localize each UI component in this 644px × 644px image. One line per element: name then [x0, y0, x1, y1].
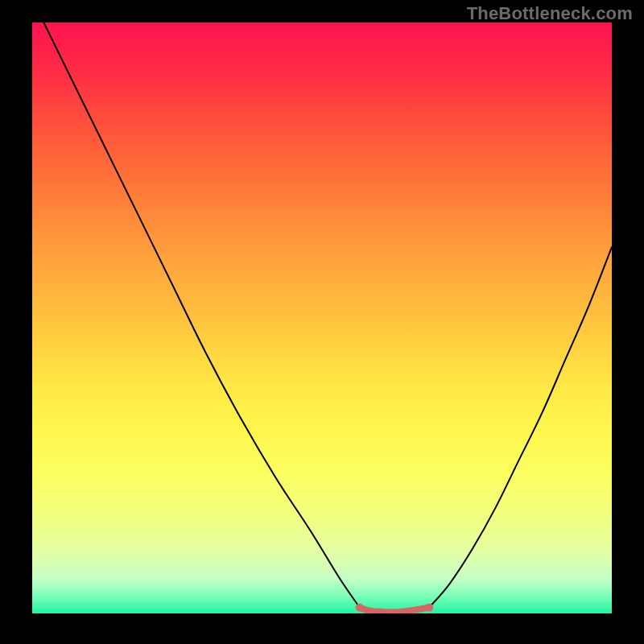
plot-area — [32, 23, 612, 613]
chart-frame: TheBottleneck.com — [0, 0, 644, 644]
watermark-text: TheBottleneck.com — [467, 3, 633, 24]
gradient-background — [32, 23, 612, 613]
